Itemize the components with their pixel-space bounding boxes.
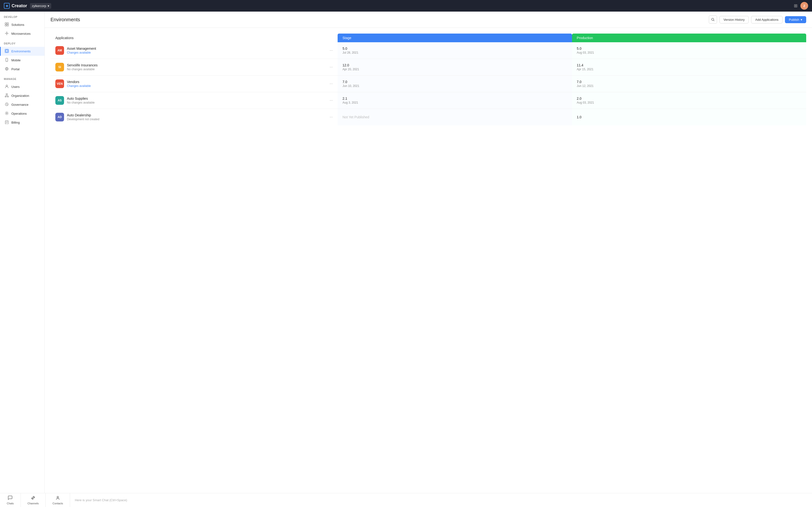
sidebar-section-develop: DEVELOP [0, 12, 45, 20]
sidebar-label-portal: Portal [11, 67, 19, 71]
contacts-icon [55, 495, 60, 501]
svg-rect-10 [6, 94, 7, 95]
app-name: Asset Management [67, 47, 96, 50]
contacts-label: Contacts [52, 502, 63, 505]
sidebar-label-billing: Billing [11, 121, 20, 124]
prod-version-number: 1.0 [577, 115, 801, 119]
search-button[interactable] [709, 15, 717, 24]
app-menu-button[interactable]: ··· [329, 115, 333, 119]
sidebar-label-environments: Environments [11, 50, 31, 53]
sidebar-section-deploy: DEPLOY [0, 38, 45, 47]
app-cell: AS Auto Supplies No changes available ··… [55, 96, 333, 105]
organization-icon [5, 94, 9, 98]
sidebar-item-users[interactable]: Users [0, 82, 45, 91]
app-menu-button[interactable]: ··· [329, 65, 333, 69]
sidebar-item-microservices[interactable]: Microservices [0, 29, 45, 38]
app-info: Servolife Insurances No changes availabl… [67, 63, 98, 71]
svg-point-18 [57, 496, 58, 498]
channels-label: Channels [28, 502, 39, 505]
sidebar-item-environments[interactable]: Environments [0, 47, 45, 56]
bottom-bar-tabs: Chats Channels Contacts [0, 493, 70, 507]
logo-icon: ◈ [4, 3, 10, 9]
app-status: Changes available [67, 84, 91, 88]
prod-version: 5.0 Aug 03, 2021 [577, 47, 801, 54]
chevron-down-icon: ▾ [48, 4, 49, 8]
app-name: Vendors [67, 80, 91, 84]
header-actions: Version History Add Applications Publish… [709, 15, 806, 24]
app-menu-button[interactable]: ··· [329, 98, 333, 103]
channels-icon [31, 495, 36, 501]
chats-icon [8, 495, 12, 501]
smart-chat-placeholder[interactable]: Here is your Smart Chat (Ctrl+Space) [70, 498, 812, 502]
mobile-icon [5, 58, 9, 62]
users-icon [5, 84, 9, 89]
bottom-tab-chats[interactable]: Chats [0, 493, 21, 507]
environments-container: Applications Stage Production AM Asset M… [45, 28, 812, 493]
sidebar-item-billing[interactable]: Billing [0, 118, 45, 127]
app-icon: VEN [55, 79, 64, 88]
app-body: DEVELOP Solutions Microservices DEPLOY E… [0, 12, 812, 493]
svg-point-17 [33, 497, 34, 499]
app-status: No changes available [67, 68, 98, 71]
bottom-tab-channels[interactable]: Channels [21, 493, 46, 507]
app-icon: AD [55, 113, 64, 121]
sidebar-label-mobile: Mobile [11, 58, 20, 62]
version-history-button[interactable]: Version History [719, 16, 749, 23]
add-applications-button[interactable]: Add Applications [751, 16, 782, 23]
sidebar-label-users: Users [11, 85, 19, 89]
prod-version-number: 7.0 [577, 80, 801, 84]
svg-point-14 [6, 113, 7, 114]
top-navigation: ◈ Creator zylkercorp ▾ ⊞ Z [0, 0, 812, 12]
app-name: Servolife Insurances [67, 63, 98, 67]
svg-rect-5 [5, 49, 8, 53]
prod-version-number: 5.0 [577, 47, 801, 50]
sidebar-label-organization: Organization [11, 94, 29, 98]
table-row: VEN Vendors Changes available ··· 7.0 Ju… [51, 75, 806, 92]
app-status: Development not created [67, 118, 99, 121]
stage-version: 5.0 Jul 28, 2021 [343, 47, 567, 54]
sidebar-item-operations[interactable]: Operations [0, 109, 45, 118]
sidebar-label-operations: Operations [11, 112, 27, 115]
prod-version-number: 11.4 [577, 63, 801, 67]
bottom-tab-contacts[interactable]: Contacts [46, 493, 70, 507]
svg-rect-11 [5, 96, 6, 97]
prod-version: 2.0 Aug 03, 2021 [577, 97, 801, 104]
svg-point-16 [711, 18, 714, 20]
publish-button[interactable]: Publish ▾ [785, 16, 806, 23]
prod-version-date: Jun 12, 2021 [577, 84, 801, 88]
prod-version: 1.0 [577, 115, 801, 119]
stage-version: 2.1 Aug 3, 2021 [343, 97, 567, 104]
svg-rect-1 [7, 23, 8, 24]
prod-version: 11.4 Apr 15, 2021 [577, 63, 801, 71]
grid-icon[interactable]: ⊞ [794, 3, 798, 8]
table-row: AM Asset Management Changes available ··… [51, 42, 806, 59]
sidebar-item-mobile[interactable]: Mobile [0, 56, 45, 65]
stage-version-date: Jun 10, 2021 [343, 84, 567, 88]
app-menu-button[interactable]: ··· [329, 48, 333, 53]
prod-version: 7.0 Jun 12, 2021 [577, 80, 801, 88]
app-cell: VEN Vendors Changes available ··· [55, 79, 333, 88]
svg-rect-2 [5, 24, 6, 26]
sidebar-label-solutions: Solutions [11, 23, 24, 26]
svg-point-4 [6, 33, 7, 34]
prod-version-date: Apr 15, 2021 [577, 68, 801, 71]
col-header-production: Production [572, 34, 806, 42]
avatar[interactable]: Z [800, 2, 808, 10]
app-menu-button[interactable]: ··· [329, 81, 333, 86]
sidebar-item-organization[interactable]: Organization [0, 91, 45, 100]
sidebar-item-solutions[interactable]: Solutions [0, 20, 45, 29]
app-cell: AM Asset Management Changes available ··… [55, 46, 333, 55]
table-row: SI Servolife Insurances No changes avail… [51, 59, 806, 75]
app-name: Creator [12, 3, 27, 8]
microservices-icon [5, 32, 9, 36]
app-info: Auto Dealership Development not created [67, 113, 99, 121]
org-selector[interactable]: zylkercorp ▾ [30, 3, 51, 9]
sidebar-item-portal[interactable]: Portal [0, 65, 45, 74]
app-logo: ◈ Creator [4, 3, 27, 9]
app-info: Asset Management Changes available [67, 47, 96, 54]
publish-chevron-icon: ▾ [801, 18, 802, 21]
svg-rect-0 [5, 23, 6, 24]
app-icon: AS [55, 96, 64, 105]
app-icon: SI [55, 63, 64, 71]
sidebar-item-governance[interactable]: Governance [0, 100, 45, 109]
